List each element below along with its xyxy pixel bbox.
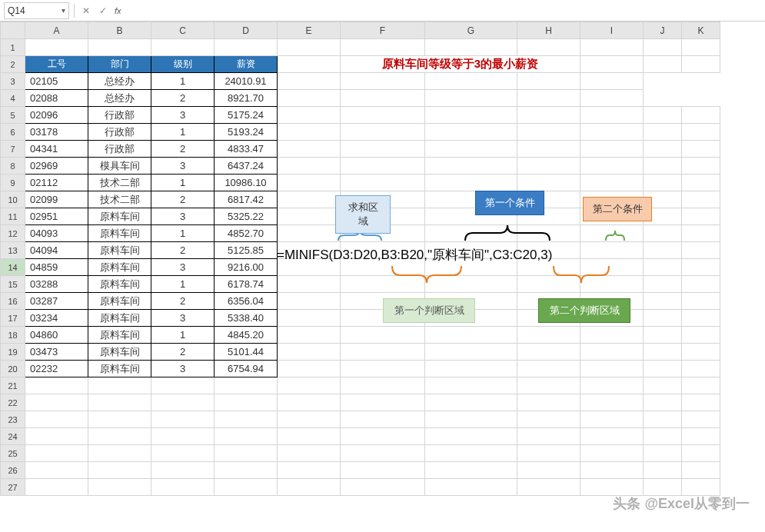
table-cell[interactable]: 技术二部 xyxy=(88,175,151,191)
table-cell[interactable]: 行政部 xyxy=(88,141,151,158)
table-cell[interactable]: 5338.40 xyxy=(215,310,278,327)
cell[interactable] xyxy=(341,479,425,496)
cell[interactable] xyxy=(580,411,644,428)
cell[interactable] xyxy=(580,377,644,394)
table-cell[interactable]: 02096 xyxy=(25,107,88,124)
cell[interactable] xyxy=(580,479,644,496)
table-cell[interactable]: 04094 xyxy=(25,242,88,259)
cell[interactable] xyxy=(341,158,425,175)
table-cell[interactable]: 04341 xyxy=(25,141,88,158)
row-header[interactable]: 27 xyxy=(1,479,25,496)
column-header[interactable]: K xyxy=(682,22,720,39)
cell[interactable] xyxy=(425,394,517,411)
cell[interactable] xyxy=(341,73,425,90)
cell[interactable] xyxy=(25,39,88,56)
cell[interactable] xyxy=(425,242,517,259)
cell[interactable] xyxy=(278,479,341,496)
column-header[interactable]: F xyxy=(341,22,425,39)
cell[interactable] xyxy=(425,208,517,225)
cell[interactable] xyxy=(580,158,644,175)
cell[interactable] xyxy=(644,377,682,394)
cell[interactable] xyxy=(682,158,720,175)
cell[interactable] xyxy=(278,90,341,107)
cell[interactable] xyxy=(278,377,341,394)
row-header[interactable]: 20 xyxy=(1,361,25,377)
row-header[interactable]: 4 xyxy=(1,90,25,107)
table-cell[interactable]: 03288 xyxy=(25,276,88,293)
cell[interactable] xyxy=(215,394,278,411)
cell[interactable] xyxy=(278,344,341,361)
cell[interactable] xyxy=(682,259,720,276)
cell[interactable] xyxy=(341,141,425,158)
table-cell[interactable]: 2 xyxy=(151,191,215,208)
table-cell[interactable]: 原料车间 xyxy=(88,259,151,276)
cell[interactable] xyxy=(644,361,682,377)
column-header[interactable]: H xyxy=(517,22,580,39)
cell[interactable] xyxy=(341,411,425,428)
table-cell[interactable]: 3 xyxy=(151,158,215,175)
table-cell[interactable]: 6817.42 xyxy=(215,191,278,208)
cell[interactable] xyxy=(278,107,341,124)
cell[interactable] xyxy=(682,462,720,479)
cell[interactable] xyxy=(341,225,425,242)
row-header[interactable]: 23 xyxy=(1,411,25,428)
table-cell[interactable]: 原料车间 xyxy=(88,327,151,344)
cell[interactable] xyxy=(517,141,580,158)
table-cell[interactable]: 02105 xyxy=(25,73,88,90)
table-cell[interactable]: 6178.74 xyxy=(215,276,278,293)
table-header[interactable]: 工号 xyxy=(25,56,88,73)
cancel-icon[interactable]: ✕ xyxy=(79,4,93,18)
table-cell[interactable]: 1 xyxy=(151,276,215,293)
cell[interactable] xyxy=(682,479,720,496)
fx-icon[interactable]: fx xyxy=(115,6,121,15)
column-header[interactable]: I xyxy=(580,22,644,39)
cell[interactable] xyxy=(644,56,682,73)
cell[interactable] xyxy=(644,259,682,276)
cell[interactable] xyxy=(682,377,720,394)
cell[interactable] xyxy=(644,310,682,327)
cell[interactable] xyxy=(25,445,88,462)
table-cell[interactable]: 03234 xyxy=(25,310,88,327)
cell[interactable] xyxy=(278,411,341,428)
cell[interactable] xyxy=(580,141,644,158)
cell[interactable] xyxy=(278,39,341,56)
cell[interactable] xyxy=(580,191,644,208)
cell[interactable] xyxy=(278,428,341,445)
cell[interactable] xyxy=(682,428,720,445)
table-cell[interactable]: 4852.70 xyxy=(215,225,278,242)
cell[interactable] xyxy=(425,276,517,293)
cell[interactable] xyxy=(682,208,720,225)
cell[interactable] xyxy=(425,462,517,479)
cell[interactable] xyxy=(278,394,341,411)
cell[interactable] xyxy=(580,225,644,242)
table-cell[interactable]: 02232 xyxy=(25,361,88,377)
cell[interactable] xyxy=(341,124,425,141)
cell[interactable] xyxy=(425,90,517,107)
cell[interactable] xyxy=(151,39,215,56)
cell[interactable] xyxy=(425,361,517,377)
cell[interactable] xyxy=(341,428,425,445)
cell[interactable] xyxy=(341,293,425,310)
table-cell[interactable]: 原料车间 xyxy=(88,208,151,225)
cell[interactable] xyxy=(644,327,682,344)
cell[interactable] xyxy=(682,175,720,191)
cell[interactable] xyxy=(278,56,341,73)
cell[interactable] xyxy=(151,428,215,445)
cell[interactable] xyxy=(341,445,425,462)
table-cell[interactable]: 04860 xyxy=(25,327,88,344)
row-header[interactable]: 22 xyxy=(1,394,25,411)
table-cell[interactable]: 6754.94 xyxy=(215,361,278,377)
table-cell[interactable]: 5175.24 xyxy=(215,107,278,124)
cell[interactable] xyxy=(88,411,151,428)
cell[interactable] xyxy=(215,479,278,496)
cell[interactable] xyxy=(517,377,580,394)
cell[interactable] xyxy=(215,377,278,394)
cell[interactable] xyxy=(88,394,151,411)
table-cell[interactable]: 04859 xyxy=(25,259,88,276)
table-cell[interactable]: 02951 xyxy=(25,208,88,225)
cell[interactable] xyxy=(580,175,644,191)
cell[interactable] xyxy=(644,175,682,191)
cell[interactable] xyxy=(88,479,151,496)
row-header[interactable]: 5 xyxy=(1,107,25,124)
cell[interactable] xyxy=(644,208,682,225)
